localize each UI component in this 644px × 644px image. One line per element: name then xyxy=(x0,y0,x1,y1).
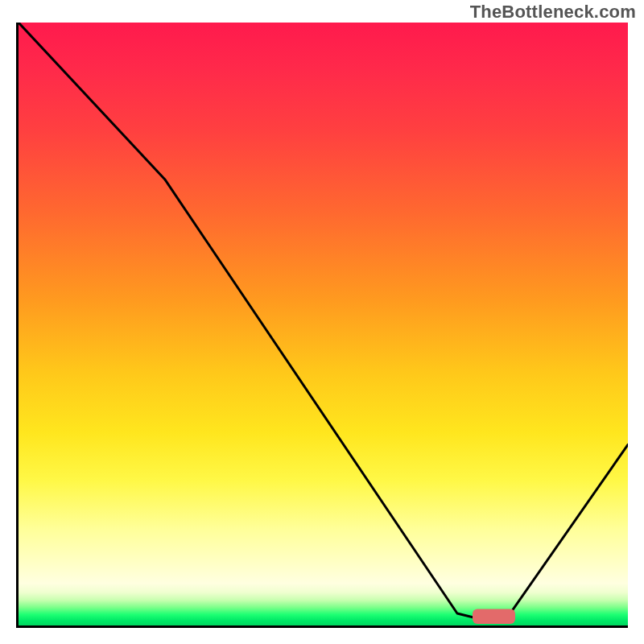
watermark-label: TheBottleneck.com xyxy=(470,2,636,23)
chart-container: TheBottleneck.com xyxy=(0,0,644,644)
optimal-marker xyxy=(473,609,515,624)
bottleneck-curve-line xyxy=(19,23,628,620)
plot-area xyxy=(19,23,628,625)
bottleneck-curve-svg xyxy=(19,23,628,625)
